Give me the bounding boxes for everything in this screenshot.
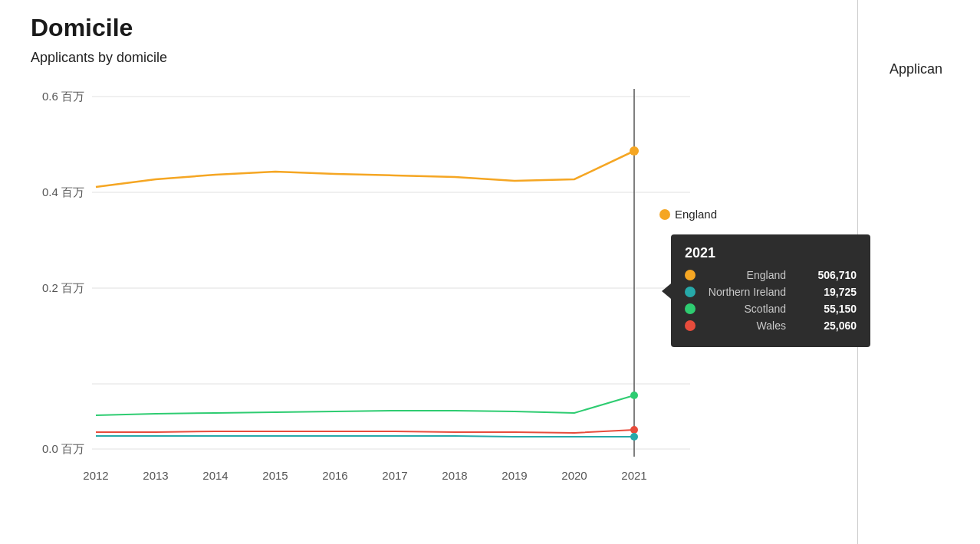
svg-point-21 <box>630 392 638 399</box>
svg-text:2016: 2016 <box>322 469 347 482</box>
vertical-divider <box>857 0 858 544</box>
svg-text:2012: 2012 <box>83 469 108 482</box>
england-legend-dot <box>659 209 670 220</box>
svg-text:0.4 百万: 0.4 百万 <box>42 185 84 198</box>
svg-point-23 <box>630 433 638 441</box>
page-title: Domicile <box>0 0 980 42</box>
svg-point-20 <box>630 146 639 156</box>
svg-text:2021: 2021 <box>621 469 646 482</box>
svg-text:0.6 百万: 0.6 百万 <box>42 90 84 103</box>
svg-text:2017: 2017 <box>382 469 407 482</box>
svg-text:2014: 2014 <box>202 469 228 482</box>
chart-header: Applicants by domicile Applican <box>0 42 980 66</box>
chart-area: 0.6 百万 0.4 百万 0.2 百万 0.0 百万 2012 2013 20… <box>31 74 949 529</box>
svg-text:2020: 2020 <box>561 469 587 482</box>
page-container: Domicile Applicants by domicile Applican… <box>0 0 980 544</box>
chart-title-left: Applicants by domicile <box>31 50 167 66</box>
svg-text:2019: 2019 <box>502 469 527 482</box>
svg-point-22 <box>630 426 638 434</box>
svg-text:2013: 2013 <box>143 469 168 482</box>
chart-svg: 0.6 百万 0.4 百万 0.2 百万 0.0 百万 2012 2013 20… <box>31 74 844 510</box>
svg-text:0.0 百万: 0.0 百万 <box>42 442 84 455</box>
svg-text:2018: 2018 <box>442 469 467 482</box>
england-legend: England <box>659 208 717 221</box>
england-legend-label: England <box>675 208 717 221</box>
svg-text:2015: 2015 <box>262 469 288 482</box>
svg-text:0.2 百万: 0.2 百万 <box>42 281 84 294</box>
